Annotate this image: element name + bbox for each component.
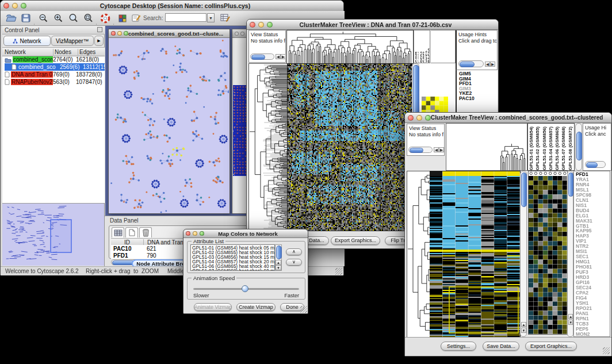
zoom-out-button[interactable]: [36, 12, 50, 24]
close-icon[interactable]: [111, 31, 116, 36]
resize-grip[interactable]: [603, 347, 610, 354]
scroll-up-icon[interactable]: ▲: [521, 322, 526, 327]
zoom-window-icon[interactable]: [21, 3, 26, 9]
float-panel-icon[interactable]: [97, 27, 102, 32]
new-attribute-button[interactable]: [125, 227, 138, 237]
tv1-hints-hscrollbar[interactable]: [458, 60, 484, 67]
network-row[interactable]: combined_scores 2764(0) 16218(0): [5, 56, 105, 63]
zoom-window-icon[interactable]: [425, 115, 431, 121]
resize-grip[interactable]: [300, 306, 307, 313]
birdseye-view[interactable]: [2, 203, 104, 266]
scrollbar-thumb[interactable]: [521, 173, 527, 207]
scroll-down-icon[interactable]: ▼: [276, 265, 281, 270]
tv2-zoom-heatmap[interactable]: [528, 171, 568, 335]
close-icon[interactable]: [235, 32, 239, 36]
treeview1-titlebar[interactable]: ClusterMaker TreeView : DNA and Tran 07-…: [247, 20, 498, 30]
close-icon[interactable]: [3, 3, 9, 9]
tv2-hints-hscrollbar[interactable]: [585, 161, 606, 168]
scrollbar-thumb[interactable]: [276, 246, 282, 259]
scroll-left-icon[interactable]: ◀: [485, 62, 490, 67]
zoom-fit-button[interactable]: [81, 12, 95, 24]
frame1-titlebar[interactable]: combined_scores_good.txt--cluste...: [109, 29, 230, 38]
gene-label[interactable]: MON2: [576, 332, 610, 337]
annotation-button[interactable]: [129, 12, 143, 24]
button-label: Done: [286, 304, 299, 310]
close-icon[interactable]: [250, 22, 255, 28]
gene-label[interactable]: PAC10: [459, 96, 498, 101]
scrollbar-thumb[interactable]: [568, 173, 573, 197]
vizmapper-button[interactable]: [116, 12, 129, 24]
network-view-canvas[interactable]: [109, 38, 229, 213]
dialog-titlebar[interactable]: Map Colors to Network: [183, 229, 308, 238]
resize-grip[interactable]: [335, 268, 342, 275]
minimize-icon[interactable]: [12, 3, 18, 9]
scroll-up-icon[interactable]: ▲: [276, 260, 281, 265]
treeview2-titlebar[interactable]: ClusterMaker TreeView : combined_scores_…: [405, 113, 611, 123]
zoom-in-button[interactable]: [51, 12, 65, 24]
minimize-icon[interactable]: [258, 22, 264, 28]
scroll-up-icon[interactable]: ▲: [568, 314, 573, 319]
tv1-column-dendrogram[interactable]: [286, 30, 414, 64]
move-down-button[interactable]: ∨: [286, 259, 302, 266]
move-up-button[interactable]: ∧: [286, 248, 302, 255]
scrollbar-thumb[interactable]: [251, 55, 265, 60]
main-titlebar[interactable]: Cytoscape Desktop (Session Name: collins…: [1, 1, 343, 12]
attribute-table-button[interactable]: [218, 12, 232, 24]
delete-attribute-button[interactable]: [139, 227, 152, 237]
tv2-heatmap[interactable]: [430, 171, 521, 338]
scroll-down-icon[interactable]: ▼: [568, 320, 573, 325]
minimize-icon[interactable]: [193, 231, 197, 236]
scrollbar-thumb[interactable]: [586, 162, 598, 168]
tv2-vscrollbar[interactable]: ▲ ▼: [520, 171, 527, 337]
search-dropdown[interactable]: ▼: [207, 13, 215, 22]
close-icon[interactable]: [186, 231, 190, 236]
speed-slider-thumb[interactable]: [242, 285, 248, 292]
scrollbar-thumb[interactable]: [576, 132, 582, 160]
zoom-window-icon[interactable]: [200, 231, 204, 236]
network-row[interactable]: DNA and Tran 07 769(0) 183728(0): [5, 71, 105, 78]
attribute-list-vscrollbar[interactable]: ▲ ▼: [275, 244, 282, 271]
color-swatch-icon: [118, 14, 127, 22]
tv2-status-hscrollbar[interactable]: [408, 147, 433, 153]
close-icon[interactable]: [408, 115, 414, 121]
minimize-icon[interactable]: [117, 31, 122, 36]
tv1-row-dendrogram[interactable]: [248, 63, 288, 231]
animate-vizmap-button[interactable]: Animate Vizmap: [194, 303, 232, 311]
scrollbar-thumb[interactable]: [460, 62, 475, 67]
tab-overflow-button[interactable]: ▶: [94, 36, 104, 46]
zoom-selected-button[interactable]: [66, 12, 80, 24]
tv2-row-dendrogram[interactable]: [407, 171, 431, 338]
help-button[interactable]: [98, 12, 112, 24]
tv2-top-dendrogram-panel[interactable]: [446, 123, 527, 171]
network-row-selected[interactable]: combined_sco 2569(6) 13112(15): [5, 63, 105, 71]
tv2-settings-button[interactable]: Settings...: [441, 342, 476, 351]
scrollbar-thumb[interactable]: [410, 148, 423, 153]
save-session-button[interactable]: [19, 12, 33, 24]
tab-vizmapper[interactable]: VizMapper™: [51, 36, 94, 46]
attribute-select-button[interactable]: [112, 227, 124, 237]
zoom-window-icon[interactable]: [267, 22, 273, 28]
tab-network[interactable]: Network: [3, 36, 51, 46]
create-vizmap-button[interactable]: Create Vizmap: [236, 303, 276, 311]
minimize-icon[interactable]: [240, 32, 244, 36]
tv1-export-graphics-button[interactable]: Export Graphics...: [331, 236, 380, 245]
scroll-left-icon[interactable]: ◀: [434, 147, 439, 152]
search-input[interactable]: [165, 13, 206, 22]
tv1-heatmap[interactable]: [287, 63, 412, 231]
network-row[interactable]: RNAPuberNov2+ 563(0) 107847(0): [5, 78, 105, 86]
scroll-right-icon[interactable]: ▶: [281, 54, 286, 59]
minimize-icon[interactable]: [416, 115, 422, 121]
scrollbar-thumb[interactable]: [413, 65, 419, 117]
scroll-right-icon[interactable]: ▶: [439, 147, 444, 152]
tv2-save-data-button[interactable]: Save Data...: [483, 342, 519, 351]
scroll-down-icon[interactable]: ▼: [521, 328, 526, 333]
tv2-top-vscrollbar[interactable]: [575, 123, 582, 171]
open-session-button[interactable]: [4, 12, 18, 24]
scroll-right-icon[interactable]: ▶: [490, 62, 495, 67]
scroll-left-icon[interactable]: ◀: [276, 54, 281, 59]
attribute-item[interactable]: GPL51-07 (GSM868) heat shock 60 min: [192, 269, 274, 271]
zoom-window-icon[interactable]: [124, 31, 128, 36]
tv2-export-graphics-button[interactable]: Export Graphics...: [525, 342, 577, 351]
tv2-genelist-vscrollbar[interactable]: ▲ ▼: [567, 171, 573, 337]
tv1-status-hscrollbar[interactable]: [250, 53, 274, 60]
